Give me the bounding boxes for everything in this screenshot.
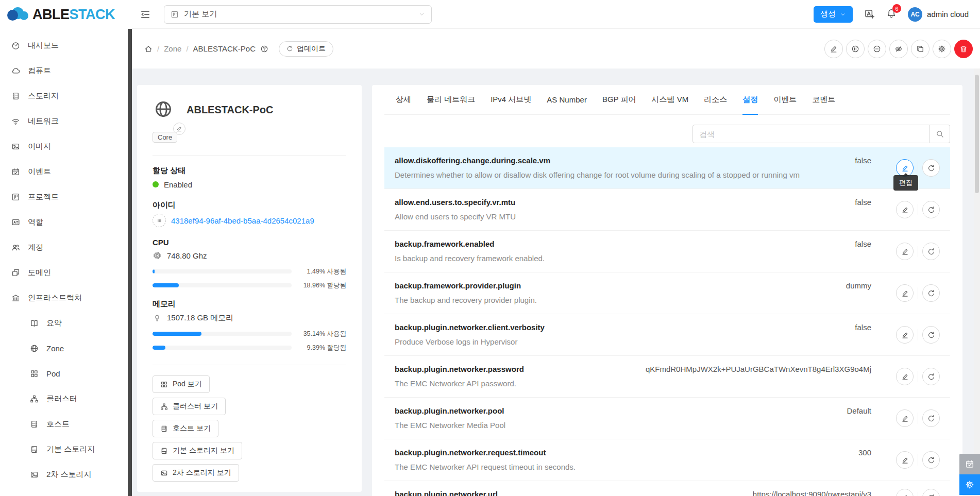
copy-icon <box>916 45 924 53</box>
reset-setting-button[interactable] <box>922 368 940 385</box>
tab-as-number[interactable]: AS Number <box>547 85 587 114</box>
setting-text: backup.plugin.networker.passwordThe EMC … <box>395 364 646 389</box>
view-selector[interactable]: 기본 보기 <box>164 5 432 24</box>
sidebar-item-label: 네트워크 <box>28 116 59 126</box>
sidebar-item-pod[interactable]: Pod <box>0 361 132 386</box>
breadcrumb-zone-link[interactable]: Zone <box>164 44 181 53</box>
book-icon <box>30 319 39 328</box>
notifications-button[interactable]: 6 <box>886 8 897 20</box>
menu-fold-icon[interactable] <box>140 9 150 20</box>
sidebar-item-도메인[interactable]: 도메인 <box>0 260 132 285</box>
sidebar-item-호스트[interactable]: 호스트 <box>0 412 132 437</box>
sidebar-item-요약[interactable]: 요약 <box>0 311 132 336</box>
view-button-label: 기본 스토리지 보기 <box>173 446 234 455</box>
edit-setting-button[interactable] <box>896 451 914 469</box>
tab-리소스[interactable]: 리소스 <box>704 85 727 114</box>
translation-icon[interactable] <box>864 9 875 20</box>
view-호스트-보기-button[interactable]: 호스트 보기 <box>153 420 218 437</box>
edit-icon <box>901 373 909 381</box>
view-pod-보기-button[interactable]: Pod 보기 <box>153 375 210 393</box>
sidebar-item-클러스터[interactable]: 클러스터 <box>0 386 132 412</box>
minus-circle-button[interactable] <box>868 40 886 58</box>
sidebar-item-label: 이미지 <box>28 142 51 151</box>
search-button[interactable] <box>930 125 950 143</box>
tab-물리-네트워크[interactable]: 물리 네트워크 <box>427 85 475 114</box>
sidebar-item-2차-스토리지[interactable]: 2차 스토리지 <box>0 462 132 487</box>
tab-설정[interactable]: 설정 <box>742 85 758 114</box>
progress-fill <box>153 269 155 273</box>
memory-label: 메모리 <box>153 299 346 309</box>
reset-setting-button[interactable] <box>922 326 940 344</box>
reset-setting-button[interactable] <box>922 159 940 177</box>
view-2차-스토리지-보기-button[interactable]: 2차 스토리지 보기 <box>153 464 239 482</box>
sidebar-item-네트워크[interactable]: 네트워크 <box>0 109 132 134</box>
sidebar-item-인프라스트럭쳐[interactable]: 인프라스트럭쳐 <box>0 285 132 311</box>
edit-setting-button[interactable] <box>896 409 914 427</box>
avatar: AC <box>908 7 922 22</box>
sidebar-item-대시보드[interactable]: 대시보드 <box>0 33 132 58</box>
edit-setting-button[interactable] <box>896 326 914 344</box>
pause-circle-button[interactable] <box>846 40 865 58</box>
tab-이벤트[interactable]: 이벤트 <box>773 85 797 114</box>
setting-float-button[interactable] <box>959 474 980 495</box>
edit-setting-button[interactable] <box>896 489 914 496</box>
memory-total: 1507.18 GB 메모리 <box>167 313 233 323</box>
create-button[interactable]: 생성 <box>814 6 853 23</box>
cluster-icon <box>160 403 168 411</box>
setting-button[interactable] <box>933 40 951 58</box>
view-button-label: 클러스터 보기 <box>173 402 218 411</box>
divider <box>918 204 918 215</box>
edit-icon <box>830 45 838 53</box>
sidebar-item-이미지[interactable]: 이미지 <box>0 134 132 159</box>
reset-setting-button[interactable] <box>922 284 940 302</box>
update-button[interactable]: 업데이트 <box>279 41 333 57</box>
page-scrollbar[interactable] <box>974 69 980 496</box>
reset-setting-button[interactable] <box>922 201 940 218</box>
view-클러스터-보기-button[interactable]: 클러스터 보기 <box>153 398 226 415</box>
edit-setting-button[interactable] <box>896 243 914 260</box>
tab-bgp-피어[interactable]: BGP 피어 <box>602 85 636 114</box>
sidebar-item-object-스토리지[interactable]: Object 스토리지 <box>0 487 132 496</box>
edit-icon <box>901 415 909 422</box>
tab-상세[interactable]: 상세 <box>396 85 411 114</box>
question-circle-icon[interactable] <box>260 45 268 53</box>
zone-id-link[interactable]: 4318ef94-96af-4bed-b5aa-4d2654c021a9 <box>171 216 314 225</box>
sidebar-item-zone[interactable]: Zone <box>0 336 132 361</box>
sidebar-item-label: 2차 스토리지 <box>46 470 92 480</box>
tab-코멘트[interactable]: 코멘트 <box>812 85 835 114</box>
delete-button[interactable] <box>954 40 973 58</box>
edit-setting-button[interactable] <box>896 284 914 302</box>
home-icon[interactable] <box>144 45 153 53</box>
edit-button[interactable] <box>824 40 843 58</box>
tab-시스템-vm[interactable]: 시스템 VM <box>651 85 688 114</box>
sidebar-item-컴퓨트[interactable]: 컴퓨트 <box>0 58 132 83</box>
sidebar-item-label: Zone <box>46 344 64 353</box>
sidebar-item-이벤트[interactable]: 이벤트 <box>0 159 132 184</box>
sidebar: ABLESTACK 대시보드컴퓨트스토리지네트워크이미지이벤트프로젝트역할계정도… <box>0 0 132 496</box>
ablestack-logo[interactable]: ABLESTACK <box>0 0 132 29</box>
sidebar-item-계정[interactable]: 계정 <box>0 235 132 260</box>
edit-icon <box>176 126 182 132</box>
setting-name: allow.end.users.to.specify.vr.mtu <box>395 197 839 208</box>
bulb-icon <box>153 313 162 322</box>
sidebar-item-역할[interactable]: 역할 <box>0 210 132 235</box>
sidebar-item-스토리지[interactable]: 스토리지 <box>0 83 132 109</box>
reset-setting-button[interactable] <box>922 451 940 469</box>
view-기본-스토리지-보기-button[interactable]: 기본 스토리지 보기 <box>153 442 242 459</box>
sidebar-item-기본-스토리지[interactable]: 기본 스토리지 <box>0 437 132 462</box>
edit-setting-button[interactable] <box>896 368 914 385</box>
setting-text: backup.plugin.networker.poolThe EMC Netw… <box>395 405 847 431</box>
user-menu[interactable]: AC admin cloud <box>908 7 969 22</box>
reset-setting-button[interactable] <box>922 243 940 260</box>
eye-invisible-button[interactable] <box>889 40 908 58</box>
edit-setting-button[interactable] <box>896 201 914 218</box>
copy-button[interactable] <box>911 40 930 58</box>
reset-setting-button[interactable] <box>922 409 940 427</box>
reset-setting-button[interactable] <box>922 489 940 496</box>
sidebar-scrollbar[interactable] <box>128 29 132 496</box>
calendar-check-float-button[interactable] <box>959 454 980 474</box>
scrollbar-thumb[interactable] <box>975 75 979 193</box>
tab-ipv4-서브넷[interactable]: IPv4 서브넷 <box>491 85 531 114</box>
search-input[interactable] <box>692 125 930 143</box>
sidebar-item-프로젝트[interactable]: 프로젝트 <box>0 184 132 210</box>
